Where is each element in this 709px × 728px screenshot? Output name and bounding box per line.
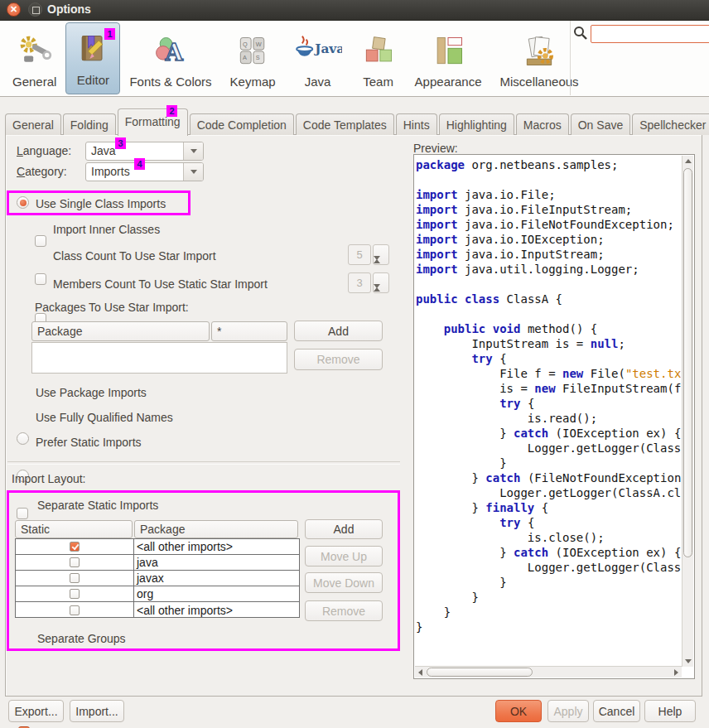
language-label: Language: <box>17 144 71 157</box>
close-icon[interactable]: ✕ <box>7 2 21 17</box>
class-count-spinner[interactable]: 5 <box>348 244 389 265</box>
use-single-class-imports-radio[interactable] <box>17 196 29 209</box>
cancel-button[interactable]: Cancel <box>593 700 640 722</box>
fonts-colors-icon: A <box>152 32 189 70</box>
export-button[interactable]: Export... <box>8 700 64 722</box>
tab-spellchecker[interactable]: Spellchecker <box>632 113 709 135</box>
layout-table-body: <all other imports> java javax org <all … <box>15 538 300 618</box>
annotation-badge-3: 3 <box>115 137 126 149</box>
row-package: <all other imports> <box>134 540 299 553</box>
toolbar-item-label: Appearance <box>415 75 482 89</box>
move-down-button[interactable]: Move Down <box>305 572 383 593</box>
tab-hints[interactable]: Hints <box>396 113 437 135</box>
use-fully-qualified-label: Use Fully Qualified Names <box>36 411 173 424</box>
table-row[interactable]: <all other imports> <box>16 539 299 555</box>
row-package: org <box>134 587 299 600</box>
import-layout-label: Import Layout: <box>12 472 86 485</box>
import-button[interactable]: Import... <box>70 700 124 722</box>
move-up-button[interactable]: Move Up <box>305 546 383 566</box>
import-inner-classes-checkbox[interactable] <box>35 235 46 247</box>
documents-gear-icon <box>521 32 557 70</box>
svg-text:A: A <box>165 39 184 65</box>
section-separator <box>7 461 400 465</box>
tab-folding[interactable]: Folding <box>63 113 116 135</box>
spinner-down-icon[interactable] <box>374 288 388 303</box>
row-static-checkbox[interactable] <box>70 573 80 583</box>
use-package-imports-radio[interactable] <box>17 432 29 445</box>
ok-button[interactable]: OK <box>495 700 542 722</box>
toolbar-item-appearance[interactable]: Appearance <box>406 21 491 96</box>
help-button[interactable]: Help <box>644 700 696 722</box>
prefer-static-imports-label: Prefer Static Imports <box>36 436 142 449</box>
row-static-checkbox[interactable] <box>70 605 80 615</box>
toolbar-item-keymap[interactable]: QW AS Keymap <box>221 21 285 96</box>
row-package: javax <box>134 571 299 585</box>
layout-icon <box>430 32 466 70</box>
layout-add-button[interactable]: Add <box>305 519 383 539</box>
separate-static-imports-label: Separate Static Imports <box>37 499 158 512</box>
layout-table-header-static[interactable]: Static <box>15 520 133 538</box>
chevron-down-icon[interactable] <box>183 142 203 160</box>
scrollbar-thumb[interactable] <box>427 668 533 677</box>
tab-code-completion[interactable]: Code Completion <box>190 113 294 135</box>
toolbar-item-label: Team <box>363 75 393 89</box>
gears-wrench-icon <box>17 32 53 70</box>
tab-general[interactable]: General <box>5 113 61 135</box>
horizontal-scrollbar[interactable] <box>415 666 682 677</box>
vertical-scrollbar[interactable] <box>682 156 693 667</box>
svg-text:W: W <box>256 41 262 48</box>
table-row[interactable]: java <box>16 555 299 571</box>
scroll-up-icon[interactable] <box>682 156 693 166</box>
row-static-checkbox[interactable] <box>70 542 80 552</box>
row-static-checkbox[interactable] <box>70 557 80 567</box>
toolbar-separator <box>570 21 571 95</box>
maximize-icon[interactable] <box>28 2 42 17</box>
members-count-value: 3 <box>348 272 371 293</box>
star-remove-button[interactable]: Remove <box>294 349 383 370</box>
tab-on-save[interactable]: On Save <box>571 113 630 135</box>
layout-table-header-package[interactable]: Package <box>134 520 298 538</box>
window-title: Options <box>47 2 91 16</box>
toolbar-item-fonts-colors[interactable]: A Fonts & Colors <box>120 21 220 96</box>
toolbar-item-label: Fonts & Colors <box>129 75 211 89</box>
star-table-header-package[interactable]: Package <box>31 321 210 341</box>
keyboard-icon: QW AS <box>234 32 271 70</box>
search-input[interactable] <box>591 25 709 43</box>
search-area <box>573 25 709 43</box>
toolbar-item-label: Keymap <box>230 75 276 89</box>
scroll-down-icon[interactable] <box>682 656 693 667</box>
members-count-spinner[interactable]: 3 <box>348 272 389 293</box>
chevron-down-icon[interactable] <box>183 163 203 181</box>
star-table-header-star[interactable]: * <box>211 321 287 341</box>
annotation-badge-1: 1 <box>104 28 115 40</box>
apply-button[interactable]: Apply <box>547 700 589 722</box>
use-package-imports-label: Use Package Imports <box>36 386 147 399</box>
row-static-checkbox[interactable] <box>70 589 80 599</box>
star-add-button[interactable]: Add <box>294 321 383 341</box>
tab-highlighting[interactable]: Highlighting <box>439 113 514 135</box>
star-table-body[interactable] <box>31 342 287 374</box>
toolbar-item-label: Editor <box>77 73 109 87</box>
table-row[interactable]: javax <box>16 571 299 586</box>
options-dialog: ✕ Options General Editor <box>0 0 709 728</box>
toolbar-item-general[interactable]: General <box>3 21 65 96</box>
search-icon <box>573 26 587 43</box>
scroll-right-icon[interactable] <box>671 667 682 677</box>
toolbar-item-team[interactable]: Team <box>351 21 406 96</box>
toolbar-item-java[interactable]: Java Java <box>285 21 351 96</box>
preview-label: Preview: <box>413 142 458 155</box>
table-row[interactable]: <all other imports> <box>16 602 299 618</box>
cubes-icon <box>360 32 397 70</box>
remove-button[interactable]: Remove <box>305 600 383 621</box>
prefer-static-imports-checkbox[interactable] <box>17 508 28 519</box>
scrollbar-thumb[interactable] <box>683 168 692 557</box>
tab-code-templates[interactable]: Code Templates <box>296 113 394 135</box>
separate-groups-label: Separate Groups <box>37 632 126 645</box>
class-count-checkbox[interactable] <box>35 273 46 285</box>
toolbar-item-label: General <box>12 75 56 89</box>
category-label: Category: <box>17 165 67 178</box>
packages-star-import-label: Packages To Use Star Import: <box>35 301 189 314</box>
table-row[interactable]: org <box>16 586 299 602</box>
tab-macros[interactable]: Macros <box>516 113 569 135</box>
scroll-left-icon[interactable] <box>415 667 426 677</box>
